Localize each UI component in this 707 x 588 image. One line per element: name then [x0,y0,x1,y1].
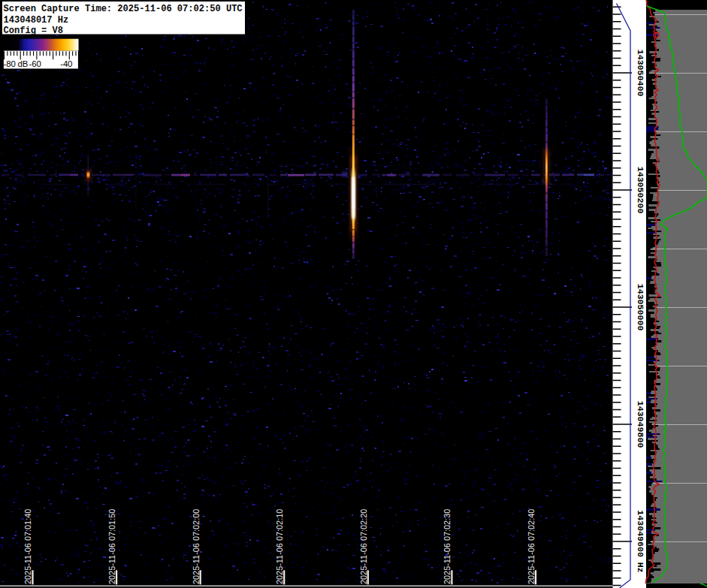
svg-text:-80 dB: -80 dB [4,59,29,68]
svg-text:143049600 Hz: 143049600 Hz [636,510,645,573]
svg-text:Config = V8: Config = V8 [4,26,64,36]
svg-text:-60: -60 [29,59,41,68]
svg-text:143050000: 143050000 [636,284,645,331]
svg-text:2025-11-06 07:02:00: 2025-11-06 07:02:00 [192,509,201,584]
svg-text:Screen Capture Time: 2025-11-0: Screen Capture Time: 2025-11-06 07:02:50… [4,4,243,14]
svg-text:143050200: 143050200 [636,167,645,214]
svg-text:2025-11-06 07:02:10: 2025-11-06 07:02:10 [275,509,284,584]
svg-text:2025-11-06 07:01:50: 2025-11-06 07:01:50 [107,509,116,584]
svg-text:143050400: 143050400 [636,50,645,97]
svg-text:143048017 Hz: 143048017 Hz [4,15,69,26]
svg-text:2025-11-06 07:02:20: 2025-11-06 07:02:20 [359,509,368,584]
svg-text:2025-11-06 07:02:30: 2025-11-06 07:02:30 [443,509,452,584]
svg-text:2025-11-06 07:02:40: 2025-11-06 07:02:40 [527,509,536,584]
svg-text:143049800: 143049800 [636,401,645,448]
svg-text:2025-11-06 07:01:40: 2025-11-06 07:01:40 [23,509,32,584]
svg-text:-40: -40 [60,59,72,68]
